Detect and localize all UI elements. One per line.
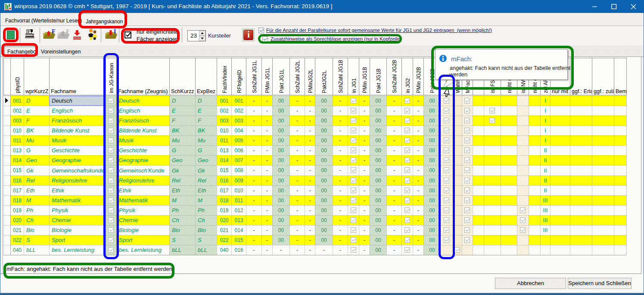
svg-text:F: F xyxy=(66,28,70,35)
svg-text:I: I xyxy=(114,28,116,35)
svg-text:F: F xyxy=(52,28,56,35)
